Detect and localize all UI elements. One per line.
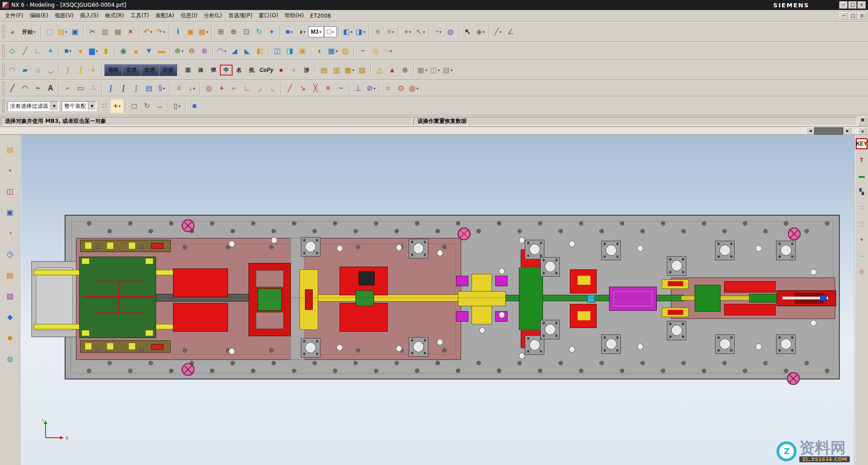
magenta-grid-icon[interactable]: ∷ — [856, 202, 868, 213]
section-surface-icon[interactable]: ◗ — [87, 63, 100, 77]
rendering-style-icon[interactable]: ◑▾ — [295, 25, 308, 39]
line-icon[interactable]: ╱ — [6, 81, 19, 95]
datum-axis-icon[interactable]: ╱ — [19, 44, 31, 58]
menu-item[interactable]: 分析(L) — [201, 10, 225, 21]
dropdown-arrow-icon[interactable]: ▾ — [438, 68, 440, 72]
feed-plate[interactable] — [79, 257, 156, 338]
intersect-icon[interactable]: ⊗ — [198, 44, 211, 58]
key-tips-button[interactable]: KEY — [856, 138, 868, 149]
dropdown-arrow-icon[interactable]: ▾ — [70, 49, 71, 53]
dark-stack-icon[interactable]: ▚ — [856, 186, 868, 197]
dropdown-arrow-icon[interactable]: ▾ — [304, 30, 305, 34]
cut-icon[interactable]: ✂ — [86, 25, 99, 39]
tools-icon[interactable]: ◆ — [3, 310, 17, 324]
snap-constraint-icon[interactable]: ◎ — [203, 81, 215, 95]
profile-icon[interactable]: ⌐ — [61, 81, 74, 95]
dropdown-arrow-icon[interactable]: ▾ — [336, 49, 338, 53]
assembly-constraints-icon[interactable]: ▤ — [318, 63, 330, 77]
body-char-button[interactable]: 体 — [194, 63, 207, 77]
delete-icon[interactable]: × — [124, 25, 137, 39]
dropdown-arrow-icon[interactable]: ▾ — [66, 30, 67, 34]
rectangle-select-icon[interactable]: ▯▾ — [171, 99, 183, 113]
snap-points-grid-icon[interactable]: ∷ — [98, 99, 111, 113]
exclude-icon[interactable]: ⊗ — [399, 63, 411, 77]
information-icon[interactable]: i — [172, 25, 184, 39]
wcs-dynamics-icon[interactable]: +▾ — [401, 25, 414, 39]
extrude-icon[interactable]: ■▾ — [61, 44, 74, 58]
layer-settings-icon[interactable]: ≡ — [371, 25, 384, 39]
dropdown-arrow-icon[interactable]: ▾ — [182, 49, 183, 53]
snap-magnet-icon[interactable]: ◈▾ — [474, 25, 487, 39]
scrollbar-corner-button[interactable]: ▲ — [858, 127, 867, 135]
dropdown-arrow-icon[interactable]: ▾ — [193, 86, 195, 91]
move-component-icon[interactable]: ▥ — [330, 63, 343, 77]
measure-angle-icon[interactable]: ∠ — [504, 25, 517, 39]
start-menu-button[interactable]: 开始▾ — [19, 25, 39, 39]
edge-blend-icon[interactable]: ◠▾ — [215, 44, 228, 58]
menu-item[interactable]: 工具(T) — [127, 10, 152, 21]
dropdown-arrow-icon[interactable]: ▾ — [207, 30, 208, 34]
palette-icon[interactable]: ▨ — [3, 289, 17, 303]
zoom-icon[interactable]: ⊕ — [227, 25, 240, 39]
circle-icon[interactable]: ○ — [382, 81, 395, 95]
pink-ring-icon[interactable]: ◎ — [856, 266, 868, 277]
menu-item[interactable]: 文件(F) — [2, 10, 26, 21]
law-curve-icon[interactable]: ▤ — [142, 81, 155, 95]
dimension-icon[interactable]: ⊘▾ — [365, 81, 377, 95]
wcs-orient-icon[interactable]: ↖▾ — [414, 25, 427, 39]
tube-icon[interactable]: ◎ — [369, 44, 382, 58]
make-corner-icon[interactable]: ∟ — [241, 81, 254, 95]
interference-char-button[interactable]: 涉 — [300, 63, 313, 77]
dropdown-arrow-icon[interactable]: ▾ — [350, 30, 352, 34]
t-tool-icon[interactable]: T — [856, 154, 868, 165]
sweep-along-guide-icon[interactable]: ʃ — [61, 63, 74, 77]
touch-mode-icon[interactable]: ▣ — [184, 25, 197, 39]
interference-check-icon[interactable]: △ — [373, 63, 386, 77]
paste-icon[interactable]: ▦ — [112, 25, 124, 39]
mirror-assembly-icon[interactable]: ◫▾ — [429, 63, 442, 77]
menu-item[interactable]: 帮助(H) — [281, 10, 307, 21]
cylinder-icon[interactable]: ▮ — [100, 44, 112, 58]
toolbar-drag-handle[interactable] — [2, 82, 5, 95]
dropdown-arrow-icon[interactable]: ▾ — [483, 30, 485, 34]
datum-plane-icon[interactable]: ◇ — [6, 44, 19, 58]
scroll-thumb[interactable] — [814, 127, 843, 135]
toolbar-drag-handle[interactable] — [2, 100, 5, 112]
dropdown-arrow-icon[interactable]: ▾ — [96, 49, 97, 53]
swept-icon[interactable]: ~ — [356, 44, 369, 58]
quick-extend-icon[interactable]: ⌐ — [228, 81, 241, 95]
minimize-button[interactable]: ─ — [839, 1, 848, 9]
sequence-icon[interactable]: ▨▾ — [442, 63, 454, 77]
fit-view-icon[interactable]: ⊡ — [240, 25, 253, 39]
copy-tool-button[interactable]: CoPy — [258, 63, 275, 77]
dropdown-arrow-icon[interactable]: ▾ — [163, 86, 165, 91]
batch-char-button[interactable]: 批 — [245, 63, 258, 77]
offset-surface-icon[interactable]: ◌▾ — [382, 44, 395, 58]
spring-char-button[interactable]: 弹 — [207, 63, 220, 77]
menu-item[interactable]: 信息(I) — [178, 10, 201, 21]
measure-distance-icon[interactable]: ╱▾ — [492, 25, 504, 39]
immediate-hide-icon[interactable]: ◍ — [444, 25, 457, 39]
close-button[interactable]: × — [858, 1, 866, 9]
show-hide-icon[interactable]: ◔▾ — [431, 25, 444, 39]
replace-view-button[interactable]: 替换 — [104, 64, 122, 76]
teal-dots-icon[interactable]: ∴ — [856, 250, 868, 261]
pattern-component-icon[interactable]: ▩▾ — [416, 63, 429, 77]
constraint-navigator-icon[interactable]: ▪ — [3, 164, 17, 177]
trim-body-icon[interactable]: ◫ — [271, 44, 284, 58]
mdi-close-button[interactable]: × — [858, 12, 866, 20]
hd3d-tools-icon[interactable]: ◔ — [3, 227, 17, 240]
rectangle-icon[interactable]: ▭ — [74, 81, 87, 95]
pad-icon[interactable]: ▬ — [155, 44, 168, 58]
reuse-library-icon[interactable]: ▣ — [3, 206, 17, 219]
redo-icon[interactable]: ↷▾ — [154, 25, 167, 39]
n-sided-surface-icon[interactable]: ⌂ — [31, 63, 44, 77]
zoom-window-icon[interactable]: ⊞ — [214, 25, 227, 39]
m3-button[interactable]: M3▾ — [308, 26, 324, 37]
cone-icon[interactable]: ◗ — [288, 63, 300, 77]
orient-top-icon[interactable]: ◧▾ — [341, 25, 354, 39]
mdi-restore-button[interactable]: □ — [849, 12, 857, 20]
curve-length-icon[interactable]: × — [322, 81, 335, 95]
horizontal-scrollbar[interactable]: ◀ ▶ ▲ — [0, 126, 868, 135]
subtract-icon[interactable]: ⊖ — [185, 44, 198, 58]
